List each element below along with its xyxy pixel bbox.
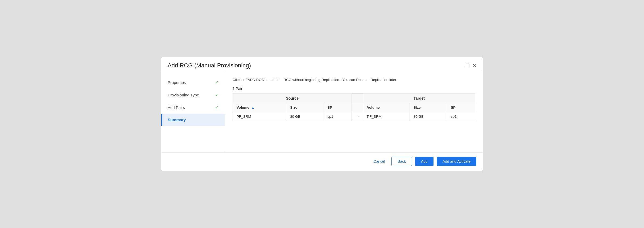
pairs-table: Source Target Volume ▲ Size SP Volume <box>233 93 475 121</box>
provisioning-type-check-icon: ✓ <box>215 92 218 97</box>
back-button[interactable]: Back <box>391 157 412 166</box>
source-group-header: Source <box>233 94 352 103</box>
target-sp-cell: sp1 <box>447 112 475 121</box>
add-pairs-check-icon: ✓ <box>215 105 218 110</box>
col-target-volume[interactable]: Volume <box>363 103 410 112</box>
add-rcg-dialog: Add RCG (Manual Provisioning) ☐ ✕ Proper… <box>161 57 483 171</box>
dialog-header-icons: ☐ ✕ <box>465 63 476 68</box>
col-target-size[interactable]: Size <box>410 103 447 112</box>
col-source-size[interactable]: Size <box>286 103 324 112</box>
sidebar-item-add-pairs[interactable]: Add Pairs ✓ <box>161 101 225 114</box>
source-sp-cell: sp1 <box>324 112 352 121</box>
add-and-activate-button[interactable]: Add and Activate <box>437 157 476 166</box>
properties-check-icon: ✓ <box>215 80 218 85</box>
pair-label: 1 Pair <box>233 87 475 91</box>
sidebar-item-summary[interactable]: Summary <box>161 114 225 126</box>
sidebar-item-label: Properties <box>168 80 186 85</box>
target-volume-cell: PF_SRM <box>363 112 410 121</box>
close-icon[interactable]: ✕ <box>472 63 476 68</box>
col-source-volume[interactable]: Volume ▲ <box>233 103 286 112</box>
maximize-icon[interactable]: ☐ <box>465 63 470 68</box>
sidebar-item-label: Add Pairs <box>168 105 185 110</box>
sidebar-item-label: Provisioning Type <box>168 93 199 97</box>
sidebar-item-properties[interactable]: Properties ✓ <box>161 76 225 89</box>
dialog-header: Add RCG (Manual Provisioning) ☐ ✕ <box>161 57 483 72</box>
sort-arrow-icon: ▲ <box>251 106 255 109</box>
row-arrow-icon: → <box>352 112 363 121</box>
col-source-sp[interactable]: SP <box>324 103 352 112</box>
info-text: Click on "ADD RCG" to add the RCG withou… <box>233 78 475 82</box>
dialog-footer: Cancel Back Add Add and Activate <box>161 152 483 171</box>
dialog-body: Properties ✓ Provisioning Type ✓ Add Pai… <box>161 72 483 152</box>
arrow-col-header <box>352 103 363 112</box>
cancel-button[interactable]: Cancel <box>370 157 388 166</box>
table-row: PF_SRM 80 GB sp1 → PF_SRM 80 GB sp1 <box>233 112 475 121</box>
sidebar-item-provisioning-type[interactable]: Provisioning Type ✓ <box>161 89 225 101</box>
add-button[interactable]: Add <box>415 157 434 166</box>
target-group-header: Target <box>363 94 475 103</box>
sidebar: Properties ✓ Provisioning Type ✓ Add Pai… <box>161 72 225 152</box>
arrow-spacer <box>352 94 363 103</box>
target-size-cell: 80 GB <box>410 112 447 121</box>
sidebar-item-label: Summary <box>168 117 186 122</box>
source-size-cell: 80 GB <box>286 112 324 121</box>
dialog-title: Add RCG (Manual Provisioning) <box>168 62 251 69</box>
source-volume-cell: PF_SRM <box>233 112 286 121</box>
col-target-sp[interactable]: SP <box>447 103 475 112</box>
main-content: Click on "ADD RCG" to add the RCG withou… <box>225 72 483 152</box>
